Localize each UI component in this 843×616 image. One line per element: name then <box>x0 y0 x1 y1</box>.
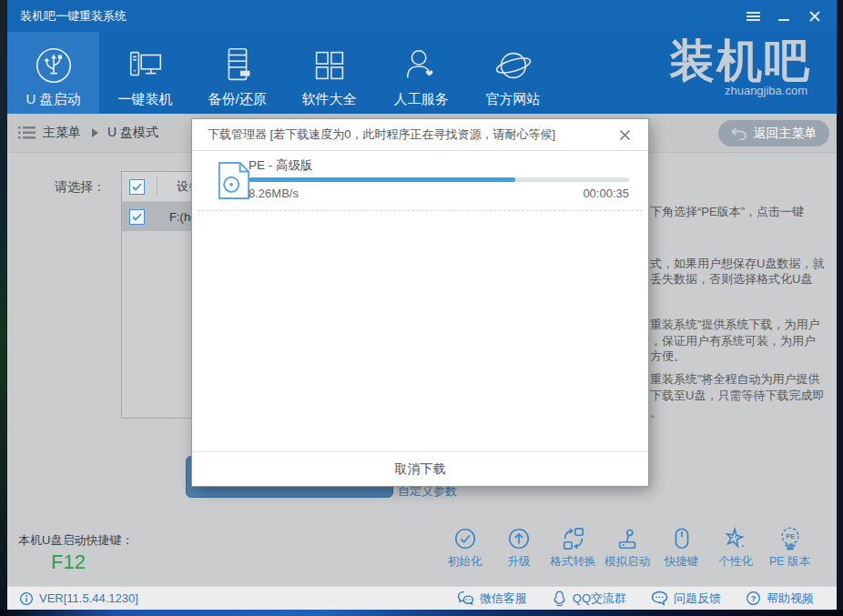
mouse-icon <box>669 526 695 551</box>
person-service-icon <box>401 43 442 88</box>
help-text-fragment: ，保证用户有系统可装，为用户 <box>650 333 816 349</box>
usb-icon <box>33 43 75 88</box>
nav-item-service[interactable]: 人工服务 <box>375 32 467 114</box>
desktop-edge-right <box>837 0 843 616</box>
breadcrumb-current: U 盘模式 <box>107 125 158 141</box>
dialog-title: 下载管理器 [若下载速度为0，此时程序正在寻找资源，请耐心等候] <box>192 126 555 143</box>
nav-item-backup-restore[interactable]: 备份/还原 <box>191 32 283 114</box>
select-all-checkbox[interactable] <box>129 179 145 195</box>
qq-icon <box>552 591 567 607</box>
nav-label: 官方网站 <box>486 91 541 108</box>
back-to-main-menu-button[interactable]: 返回主菜单 <box>718 120 829 146</box>
help-text-fragment: 重装系统"提供系统下载，为用户 <box>650 317 820 333</box>
tool-label: 升级 <box>508 554 531 570</box>
tool-label: 初始化 <box>448 554 482 570</box>
titlebar-controls <box>746 9 837 24</box>
titlebar: 装机吧一键重装系统 <box>7 0 837 32</box>
dialog-header: 下载管理器 [若下载速度为0，此时程序正在寻找资源，请耐心等候] <box>192 119 648 151</box>
menu-icon[interactable] <box>746 9 760 24</box>
hotkey-value: F12 <box>51 550 86 574</box>
logo-text: 装机吧 <box>629 35 811 87</box>
download-elapsed-time: 00:00:35 <box>583 187 629 200</box>
hotkey-label: 本机U盘启动快捷键： <box>18 532 133 549</box>
tool-upgrade[interactable]: 升级 <box>493 526 545 570</box>
wechat-icon <box>457 591 474 606</box>
tool-label: 格式转换 <box>551 554 596 570</box>
breadcrumb-arrow-icon <box>92 128 98 137</box>
version-info: VER[11.5.44.1230] <box>7 591 138 606</box>
nav-label: U 盘启动 <box>26 91 81 108</box>
svg-text:?: ? <box>751 594 757 603</box>
feedback-bubble-icon <box>651 591 668 606</box>
check-circle-icon <box>452 526 478 551</box>
item-separator <box>198 210 643 211</box>
tool-init[interactable]: 初始化 <box>439 526 491 570</box>
statusbar-link-label: 帮助视频 <box>767 591 814 607</box>
nav-item-software[interactable]: 软件大全 <box>283 32 375 114</box>
help-text-fragment: 下角选择“PE版本”，点击一键 <box>650 204 804 220</box>
dialog-close-icon[interactable] <box>619 129 637 141</box>
help-text-fragment: 丢失数据，否则选择格式化U盘 <box>650 271 812 288</box>
nav-item-usb-boot[interactable]: U 盘启动 <box>7 32 99 114</box>
help-text-fragment: 式，如果用户想保存U盘数据，就 <box>650 256 824 272</box>
desktop-taskbar-strip <box>0 610 843 616</box>
statusbar-link-label: 微信客服 <box>480 591 527 607</box>
nav-label: 人工服务 <box>394 91 449 108</box>
tool-label: 个性化 <box>718 554 753 570</box>
nav-item-one-key-install[interactable]: 一键装机 <box>99 32 191 114</box>
tool-format-convert[interactable]: 格式转换 <box>547 526 599 570</box>
window-title: 装机吧一键重装系统 <box>7 8 127 25</box>
back-button-label: 返回主菜单 <box>754 126 818 142</box>
desktop-edge-left <box>0 0 7 616</box>
svg-text:PE: PE <box>786 532 795 540</box>
row-checkbox[interactable] <box>129 209 145 225</box>
screen: 装机吧一键重装系统 <box>0 0 843 616</box>
list-menu-icon <box>18 126 36 139</box>
progress-fill <box>249 177 515 182</box>
help-text-fragment: 重装系统"将全程自动为用户提供 <box>650 371 820 388</box>
tool-personalize[interactable]: 个性化 <box>710 526 762 570</box>
download-speed: 8.26MB/s <box>249 187 299 200</box>
help-circle-icon: ? <box>746 591 761 606</box>
tool-label: PE 版本 <box>769 554 810 570</box>
version-text: VER[11.5.44.1230] <box>39 591 138 605</box>
backup-icon <box>217 43 259 88</box>
cancel-download-button[interactable]: 取消下载 <box>395 461 446 478</box>
tools-row: 初始化 升级 格式转换 <box>439 526 816 570</box>
progress-bar <box>249 177 629 182</box>
disc-file-icon <box>217 161 251 200</box>
joystick-icon <box>614 526 640 551</box>
logo: 装机吧 zhuangjiba.com <box>629 35 811 97</box>
select-label: 请选择： <box>55 179 106 196</box>
column-separator <box>157 177 157 196</box>
wechat-support-link[interactable]: 微信客服 <box>457 591 527 607</box>
download-manager-dialog: 下载管理器 [若下载速度为0，此时程序正在寻找资源，请耐心等候] PE - 高级… <box>192 119 648 486</box>
close-button[interactable] <box>807 9 822 24</box>
breadcrumb-root[interactable]: 主菜单 <box>43 125 81 141</box>
statusbar-link-label: QQ交流群 <box>573 591 626 607</box>
pe-badge-icon: PE <box>777 526 803 551</box>
back-arrow-icon <box>731 126 747 140</box>
help-text-fragment: 方便。 <box>650 348 686 365</box>
tool-hotkeys[interactable]: 快捷键 <box>655 526 707 570</box>
arrow-up-circle-icon <box>506 526 532 551</box>
nav-label: 备份/还原 <box>208 91 266 108</box>
format-convert-icon <box>561 526 586 551</box>
minimize-button[interactable] <box>777 9 791 24</box>
statusbar-link-label: 问题反馈 <box>674 591 721 607</box>
help-video-link[interactable]: ? 帮助视频 <box>746 591 814 607</box>
statusbar: VER[11.5.44.1230] 微信客服 QQ交流群 <box>7 586 837 610</box>
tool-label: 模拟启动 <box>604 554 650 570</box>
globe-icon <box>493 43 534 88</box>
feedback-link[interactable]: 问题反馈 <box>651 591 721 607</box>
tool-pe-version[interactable]: PE PE 版本 <box>764 526 816 570</box>
nav-item-website[interactable]: 官方网站 <box>467 32 559 114</box>
sparkle-icon <box>723 526 748 551</box>
qq-group-link[interactable]: QQ交流群 <box>552 591 626 607</box>
tool-simulate-boot[interactable]: 模拟启动 <box>602 526 654 570</box>
computer-icon <box>125 43 167 88</box>
info-icon <box>19 591 34 606</box>
dialog-footer: 取消下载 <box>192 451 648 486</box>
tool-label: 快捷键 <box>665 554 699 570</box>
statusbar-links: 微信客服 QQ交流群 问题反馈 <box>457 591 837 607</box>
